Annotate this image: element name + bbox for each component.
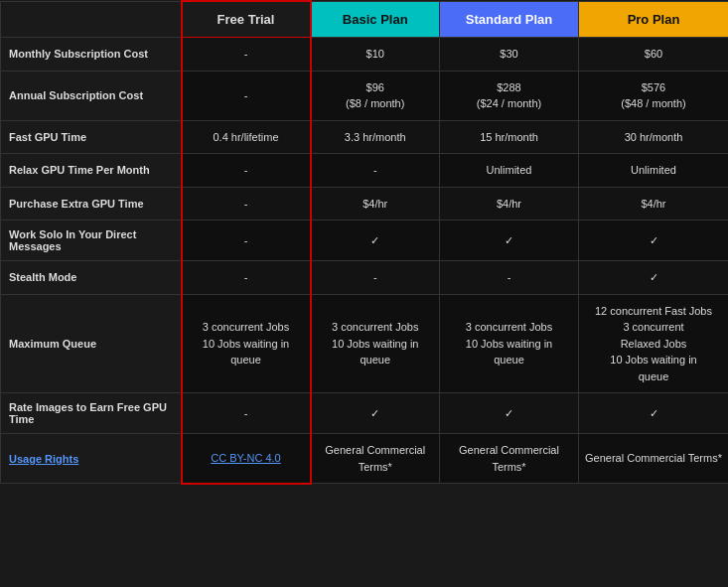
free-value: - [182,154,311,188]
standard-plan-header: Standard Plan [440,1,579,38]
free-trial-header: Free Trial [182,1,311,38]
basic-value: 3 concurrent Jobs10 Jobs waiting inqueue [311,294,440,393]
basic-value: - [311,261,440,295]
free-value: 3 concurrent Jobs10 Jobs waiting inqueue [182,294,311,393]
standard-value: General Commercial Terms* [440,434,579,484]
table-row: Fast GPU Time0.4 hr/lifetime3.3 hr/month… [1,120,729,154]
table-row: Purchase Extra GPU Time-$4/hr$4/hr$4/hr [1,187,729,220]
feature-label: Annual Subscription Cost [1,71,182,120]
free-value: - [182,261,311,295]
pro-value: General Commercial Terms* [579,434,729,484]
basic-value: ✓ [311,393,440,434]
table-row: Maximum Queue3 concurrent Jobs10 Jobs wa… [1,294,729,393]
table-row: Rate Images to Earn Free GPU Time-✓✓✓ [1,393,729,434]
basic-value: General Commercial Terms* [311,434,440,484]
feature-label: Purchase Extra GPU Time [1,187,182,220]
pro-value: ✓ [579,393,729,434]
pricing-table: Free Trial Basic Plan Standard Plan Pro … [0,0,728,485]
basic-value: $4/hr [311,187,440,220]
basic-value: $10 [311,38,440,72]
free-value: - [182,38,311,72]
basic-value: - [311,154,440,188]
pro-value: ✓ [579,220,729,261]
standard-value: $288($24 / month) [440,71,579,120]
cc-license-link[interactable]: CC BY-NC 4.0 [211,452,281,464]
feature-label: Stealth Mode [1,261,182,295]
standard-value: $4/hr [440,187,579,220]
usage-rights-link[interactable]: Usage Rights [9,453,78,465]
pro-value: 12 concurrent Fast Jobs3 concurrentRelax… [579,294,729,393]
feature-label: Relax GPU Time Per Month [1,154,182,188]
table-row: Usage RightsCC BY-NC 4.0General Commerci… [1,434,729,484]
basic-value: $96($8 / month) [311,71,440,120]
feature-label: Maximum Queue [1,294,182,393]
free-value: - [182,393,311,434]
standard-value: $30 [440,38,579,72]
pro-plan-header: Pro Plan [579,1,729,38]
free-value: - [182,187,311,220]
free-value: - [182,220,311,261]
pro-value: Unlimited [579,154,729,188]
standard-value: 3 concurrent Jobs10 Jobs waiting inqueue [440,294,579,393]
table-row: Stealth Mode---✓ [1,261,729,295]
table-row: Relax GPU Time Per Month--UnlimitedUnlim… [1,154,729,188]
basic-plan-header: Basic Plan [311,1,440,38]
standard-value: Unlimited [440,154,579,188]
pro-value: 30 hr/month [579,120,729,154]
feature-label: Monthly Subscription Cost [1,38,182,72]
standard-value: 15 hr/month [440,120,579,154]
basic-value: ✓ [311,220,440,261]
pro-value: $576($48 / month) [579,71,729,120]
pro-value: ✓ [579,261,729,295]
feature-label: Work Solo In Your Direct Messages [1,220,182,261]
pro-value: $4/hr [579,187,729,220]
standard-value: - [440,261,579,295]
standard-value: ✓ [440,393,579,434]
free-value: - [182,71,311,120]
pro-value: $60 [579,38,729,72]
table-row: Monthly Subscription Cost-$10$30$60 [1,38,729,72]
table-row: Annual Subscription Cost-$96($8 / month)… [1,71,729,120]
free-value: CC BY-NC 4.0 [182,434,311,484]
feature-label: Usage Rights [1,434,182,484]
basic-value: 3.3 hr/month [311,120,440,154]
free-value: 0.4 hr/lifetime [182,120,311,154]
feature-label: Fast GPU Time [1,120,182,154]
feature-col-header [1,1,182,38]
feature-label: Rate Images to Earn Free GPU Time [1,393,182,434]
standard-value: ✓ [440,220,579,261]
table-row: Work Solo In Your Direct Messages-✓✓✓ [1,220,729,261]
